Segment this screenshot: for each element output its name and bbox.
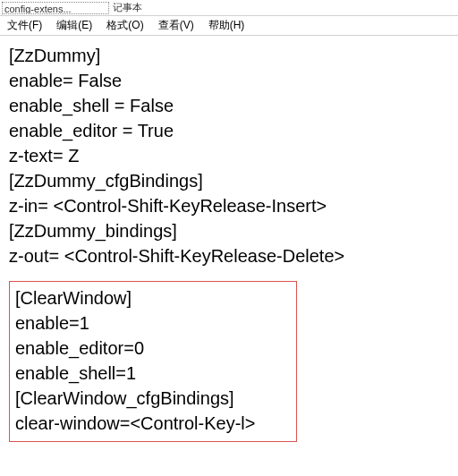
config-line: enable_shell = False [9, 93, 449, 118]
menu-edit[interactable]: 编辑(E) [53, 16, 96, 35]
window-title-suffix: 记事本 [113, 1, 142, 14]
config-line: enable_editor = True [9, 118, 449, 143]
config-line: enable_editor=0 [15, 336, 291, 361]
config-block-zzdummy: [ZzDummy] enable= False enable_shell = F… [9, 43, 449, 268]
config-line: z-in= <Control-Shift-KeyRelease-Insert> [9, 193, 449, 218]
config-line: z-out= <Control-Shift-KeyRelease-Delete> [9, 243, 449, 268]
menu-file[interactable]: 文件(F) [4, 16, 46, 35]
menu-bar: 文件(F) 编辑(E) 格式(O) 查看(V) 帮助(H) [0, 16, 458, 36]
config-line: [ZzDummy_cfgBindings] [9, 168, 449, 193]
menu-format[interactable]: 格式(O) [103, 16, 147, 35]
config-line: enable_shell=1 [15, 361, 291, 386]
menu-help[interactable]: 帮助(H) [205, 16, 249, 35]
config-line: clear-window=<Control-Key-l> [15, 411, 291, 436]
config-line: enable=1 [15, 310, 291, 336]
text-content-area[interactable]: [ZzDummy] enable= False enable_shell = F… [0, 36, 458, 476]
title-bar: config-extens... 记事本 [0, 0, 458, 16]
config-line: z-text= Z [9, 143, 449, 168]
config-line: [ClearWindow] [15, 285, 291, 310]
config-line: [ZzDummy] [9, 43, 449, 68]
window-title-filename: config-extens... [2, 2, 109, 14]
config-block-clearwindow-highlighted: [ClearWindow] enable=1 enable_editor=0 e… [9, 281, 297, 442]
config-line: enable= False [9, 68, 449, 93]
config-line: [ZzDummy_bindings] [9, 218, 449, 243]
config-line: [ClearWindow_cfgBindings] [15, 386, 291, 411]
menu-view[interactable]: 查看(V) [155, 16, 198, 35]
